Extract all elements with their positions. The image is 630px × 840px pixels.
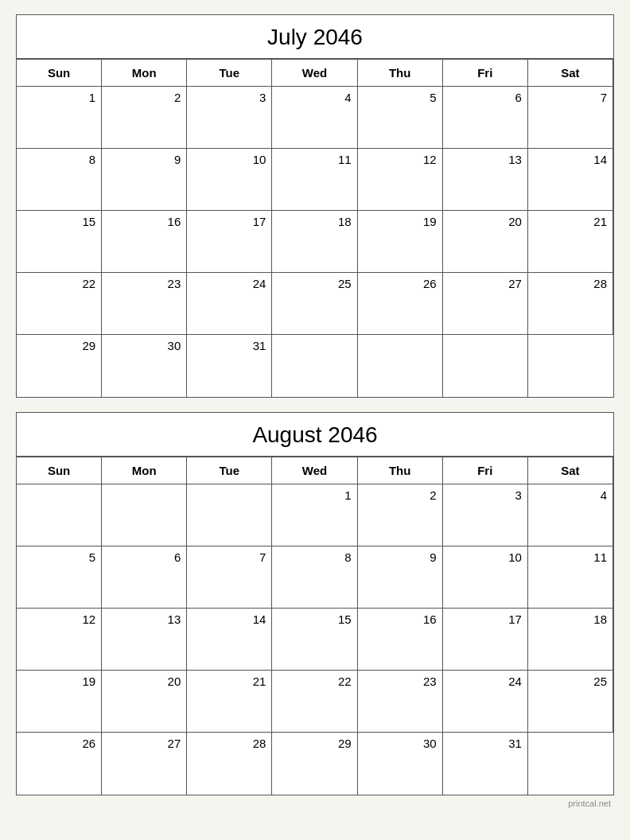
header-fri: Fri bbox=[443, 59, 528, 87]
table-row: 6 bbox=[102, 546, 187, 609]
table-row: 21 bbox=[187, 671, 272, 733]
table-row: 31 bbox=[187, 335, 272, 397]
table-row: 28 bbox=[528, 273, 613, 335]
table-row: 26 bbox=[17, 733, 102, 795]
table-row: 9 bbox=[358, 546, 443, 609]
table-row: 19 bbox=[358, 211, 443, 273]
table-row: 12 bbox=[17, 609, 102, 671]
table-row: 4 bbox=[272, 87, 357, 149]
table-row: 29 bbox=[17, 335, 102, 397]
table-row: 3 bbox=[443, 484, 528, 546]
table-row: 30 bbox=[358, 733, 443, 795]
header-wed: Wed bbox=[272, 457, 357, 484]
table-row: 7 bbox=[528, 87, 613, 149]
header-wed: Wed bbox=[272, 59, 357, 87]
july-calendar: July 2046 Sun Mon Tue Wed Thu Fri Sat bbox=[16, 14, 614, 398]
table-row: 22 bbox=[272, 671, 357, 733]
table-row: 3 bbox=[187, 87, 272, 149]
table-row: 28 bbox=[187, 733, 272, 795]
table-row: 13 bbox=[443, 149, 528, 211]
header-mon: Mon bbox=[102, 457, 187, 484]
august-calendar: August 2046 Sun Mon Tue Wed Thu Fri Sat … bbox=[16, 412, 614, 795]
header-thu: Thu bbox=[358, 59, 443, 87]
table-row: 12 bbox=[358, 149, 443, 211]
table-row: 26 bbox=[358, 273, 443, 335]
table-row bbox=[528, 335, 613, 397]
table-row: 20 bbox=[102, 671, 187, 733]
table-row: 29 bbox=[272, 733, 357, 795]
table-row: 20 bbox=[443, 211, 528, 273]
table-row: 30 bbox=[102, 335, 187, 397]
table-row: 17 bbox=[443, 609, 528, 671]
table-row: 17 bbox=[187, 211, 272, 273]
table-row: 2 bbox=[358, 484, 443, 546]
header-sat: Sat bbox=[528, 59, 613, 87]
table-row: 16 bbox=[358, 609, 443, 671]
table-row: 10 bbox=[443, 546, 528, 609]
table-row bbox=[272, 335, 357, 397]
header-thu: Thu bbox=[358, 457, 443, 484]
table-row: 11 bbox=[528, 546, 613, 609]
table-row bbox=[17, 484, 102, 546]
header-mon: Mon bbox=[102, 59, 187, 87]
table-row: 19 bbox=[17, 671, 102, 733]
table-row: 25 bbox=[272, 273, 357, 335]
table-row: 24 bbox=[187, 273, 272, 335]
header-sun: Sun bbox=[17, 59, 102, 87]
table-row bbox=[443, 335, 528, 397]
table-row: 23 bbox=[102, 273, 187, 335]
table-row: 18 bbox=[528, 609, 613, 671]
table-row: 8 bbox=[17, 149, 102, 211]
table-row: 18 bbox=[272, 211, 357, 273]
table-row: 23 bbox=[358, 671, 443, 733]
watermark: printcal.net bbox=[16, 799, 614, 808]
table-row: 25 bbox=[528, 671, 613, 733]
table-row: 21 bbox=[528, 211, 613, 273]
header-tue: Tue bbox=[187, 457, 272, 484]
header-sun: Sun bbox=[17, 457, 102, 484]
august-title: August 2046 bbox=[17, 413, 613, 457]
table-row: 5 bbox=[17, 546, 102, 609]
table-row: 22 bbox=[17, 273, 102, 335]
table-row: 4 bbox=[528, 484, 613, 546]
july-title: July 2046 bbox=[17, 15, 613, 59]
table-row: 15 bbox=[17, 211, 102, 273]
table-row bbox=[528, 733, 613, 795]
table-row: 9 bbox=[102, 149, 187, 211]
table-row: 27 bbox=[102, 733, 187, 795]
table-row: 14 bbox=[187, 609, 272, 671]
table-row: 15 bbox=[272, 609, 357, 671]
table-row: 11 bbox=[272, 149, 357, 211]
table-row: 10 bbox=[187, 149, 272, 211]
table-row: 8 bbox=[272, 546, 357, 609]
table-row: 1 bbox=[17, 87, 102, 149]
table-row: 27 bbox=[443, 273, 528, 335]
table-row: 7 bbox=[187, 546, 272, 609]
table-row: 13 bbox=[102, 609, 187, 671]
table-row: 16 bbox=[102, 211, 187, 273]
july-grid: Sun Mon Tue Wed Thu Fri Sat bbox=[17, 59, 613, 397]
header-fri: Fri bbox=[443, 457, 528, 484]
table-row: 31 bbox=[443, 733, 528, 795]
header-tue: Tue bbox=[187, 59, 272, 87]
table-row: 24 bbox=[443, 671, 528, 733]
table-row: 5 bbox=[358, 87, 443, 149]
august-grid: Sun Mon Tue Wed Thu Fri Sat 1 2 3 4 5 6 … bbox=[17, 457, 613, 795]
table-row: 2 bbox=[102, 87, 187, 149]
header-sat: Sat bbox=[528, 457, 613, 484]
table-row: 1 bbox=[272, 484, 357, 546]
table-row bbox=[187, 484, 272, 546]
table-row: 14 bbox=[528, 149, 613, 211]
table-row bbox=[102, 484, 187, 546]
table-row bbox=[358, 335, 443, 397]
table-row: 6 bbox=[443, 87, 528, 149]
